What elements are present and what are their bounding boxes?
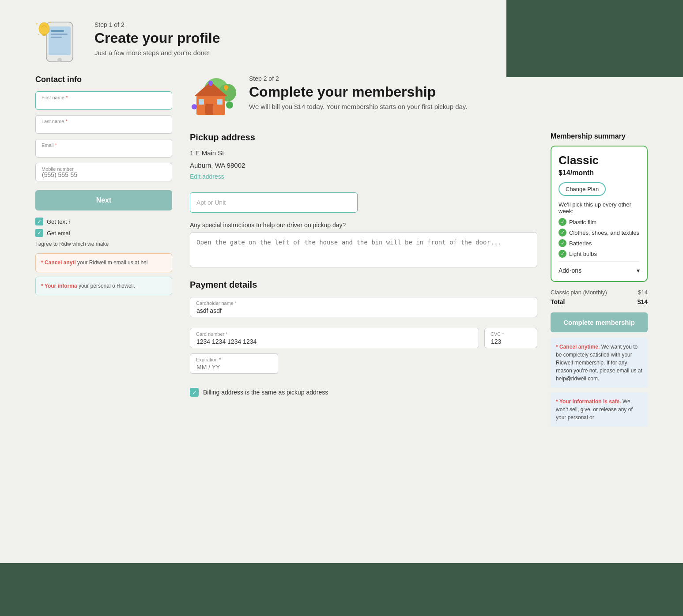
mobile-field: Mobile number bbox=[35, 163, 172, 181]
pickup-item: Clothes, shoes, and textiles bbox=[558, 229, 640, 237]
mobile-input-wrapper: Mobile number bbox=[35, 163, 172, 181]
mobile-input[interactable] bbox=[35, 163, 172, 181]
billing-checkbox[interactable] bbox=[190, 388, 199, 397]
billing-checkbox-row: Billing address is the same as pickup ad… bbox=[190, 388, 537, 397]
next-button[interactable]: Next bbox=[35, 190, 172, 210]
text-checkbox-row: Get text r bbox=[35, 218, 172, 225]
svg-rect-2 bbox=[51, 30, 64, 32]
classic-plan-label: Classic plan (Monthly) bbox=[551, 289, 607, 296]
billing-checkbox-label: Billing address is the same as pickup ad… bbox=[203, 389, 328, 396]
step1-header-section: ✦ ✦ ✦ Step 1 of 2 Create your profile Ju… bbox=[35, 18, 648, 66]
last-name-label: Last name * bbox=[42, 119, 68, 124]
step2-header: Step 2 of 2 Complete your membership We … bbox=[190, 75, 648, 119]
cvc-label: CVC * bbox=[491, 331, 504, 337]
safe-highlight: * Your information is safe. bbox=[556, 398, 621, 405]
classic-price-row: Classic plan (Monthly) $14 bbox=[551, 289, 648, 296]
svg-point-23 bbox=[192, 104, 197, 109]
pickup-item-label: Batteries bbox=[569, 240, 592, 247]
first-name-label: First name * bbox=[42, 95, 68, 100]
cvc-input[interactable] bbox=[484, 328, 537, 348]
step2-illustration bbox=[190, 75, 238, 119]
cancel-notice-title: * Cancel anyti bbox=[41, 259, 76, 266]
svg-point-6 bbox=[39, 23, 49, 35]
step2-title: Complete your membership bbox=[249, 84, 467, 100]
total-label: Total bbox=[551, 298, 565, 305]
pickup-section-title: Pickup address bbox=[190, 132, 537, 143]
cardholder-field: Cardholder name * bbox=[190, 297, 537, 317]
address-city: Auburn, WA 98002 bbox=[190, 160, 537, 171]
svg-text:✦: ✦ bbox=[35, 22, 38, 26]
card-number-input[interactable] bbox=[190, 328, 479, 348]
email-input[interactable] bbox=[35, 139, 172, 158]
card-number-label: Card number * bbox=[196, 331, 228, 337]
svg-rect-7 bbox=[42, 34, 46, 36]
pickup-item-label: Light bulbs bbox=[569, 251, 597, 257]
step2-panel: Step 2 of 2 Complete your membership We … bbox=[190, 75, 648, 427]
step2-content: Pickup address 1 E Main St Auburn, WA 98… bbox=[190, 132, 648, 427]
cvc-wrapper: CVC * bbox=[484, 328, 537, 348]
change-plan-button[interactable]: Change Plan bbox=[558, 182, 606, 196]
edit-address-link[interactable]: Edit address bbox=[190, 173, 224, 180]
membership-summary: Membership summary Classic $14/month Cha… bbox=[551, 132, 648, 427]
email-input-wrapper: Email * bbox=[35, 139, 172, 158]
email-field: Email * bbox=[35, 139, 172, 158]
pickup-item-label: Plastic film bbox=[569, 219, 596, 225]
pickup-items-list: Plastic filmClothes, shoes, and textiles… bbox=[558, 218, 640, 258]
cardholder-label: Cardholder name * bbox=[196, 300, 237, 306]
summary-card: Classic $14/month Change Plan We'll pick… bbox=[551, 146, 648, 282]
green-check-icon bbox=[558, 239, 566, 247]
cardholder-input[interactable] bbox=[190, 297, 537, 317]
card-number-field: Card number * bbox=[190, 328, 479, 348]
summary-totals: Classic plan (Monthly) $14 Total $14 bbox=[551, 289, 648, 305]
pickup-item: Light bulbs bbox=[558, 250, 640, 258]
email-checkbox[interactable] bbox=[35, 229, 43, 237]
svg-rect-16 bbox=[199, 99, 204, 105]
step1-title: Create your profile bbox=[94, 30, 220, 46]
last-name-field: Last name * bbox=[35, 115, 172, 134]
email-checkbox-row: Get emai bbox=[35, 229, 172, 237]
svg-text:✦: ✦ bbox=[49, 21, 52, 24]
first-name-input-wrapper: First name * bbox=[35, 91, 172, 110]
cancel-notice-body: your Ridwell m email us at hel bbox=[77, 259, 147, 266]
addons-chevron: ▾ bbox=[637, 267, 640, 274]
cancel-highlight: * Cancel anytime. bbox=[556, 344, 600, 350]
card-row: Card number * CVC * bbox=[190, 328, 537, 348]
expiration-label: Expiration * bbox=[196, 357, 221, 362]
text-checkbox[interactable] bbox=[35, 218, 43, 225]
last-name-input[interactable] bbox=[35, 115, 172, 134]
green-check-icon bbox=[558, 229, 566, 237]
svg-rect-17 bbox=[217, 99, 223, 105]
expiration-input[interactable] bbox=[190, 353, 278, 374]
expiration-wrapper: Expiration * bbox=[190, 353, 278, 374]
pickup-item-label: Clothes, shoes, and textiles bbox=[569, 229, 639, 236]
addons-label: Add-ons bbox=[558, 267, 581, 274]
bottom-banner bbox=[0, 563, 683, 616]
instructions-textarea[interactable] bbox=[190, 232, 537, 267]
text-checkbox-label: Get text r bbox=[47, 218, 70, 225]
addons-row[interactable]: Add-ons ▾ bbox=[558, 261, 640, 274]
address-street: 1 E Main St bbox=[190, 148, 537, 158]
step1-illustration: ✦ ✦ ✦ bbox=[35, 18, 84, 66]
apt-input[interactable] bbox=[190, 192, 358, 213]
svg-rect-4 bbox=[51, 37, 62, 38]
step2-header-text: Step 2 of 2 Complete your membership We … bbox=[249, 75, 467, 110]
mobile-label: Mobile number bbox=[42, 166, 74, 172]
main-layout: Contact info First name * Last name * bbox=[35, 75, 648, 427]
info-notice: * Your informa your personal o Ridwell. bbox=[35, 277, 172, 296]
step2-label: Step 2 of 2 bbox=[249, 75, 467, 82]
info-notice-body: your personal o Ridwell. bbox=[79, 283, 135, 289]
info-notice-title: * Your informa bbox=[41, 283, 77, 289]
total-price: $14 bbox=[638, 298, 648, 305]
pickup-frequency-label: We'll pick this up every other week: bbox=[558, 201, 640, 214]
svg-point-22 bbox=[226, 101, 233, 109]
pickup-item: Plastic film bbox=[558, 218, 640, 226]
payment-form: Cardholder name * Card number * bbox=[190, 297, 537, 397]
apt-input-wrapper bbox=[190, 192, 537, 213]
complete-membership-button[interactable]: Complete membership bbox=[551, 312, 648, 332]
plan-name: Classic bbox=[558, 154, 640, 167]
first-name-field: First name * bbox=[35, 91, 172, 110]
cancel-notice: * Cancel anyti your Ridwell m email us a… bbox=[35, 253, 172, 272]
svg-text:✦: ✦ bbox=[38, 33, 39, 36]
green-check-icon bbox=[558, 218, 566, 226]
first-name-input[interactable] bbox=[35, 91, 172, 110]
